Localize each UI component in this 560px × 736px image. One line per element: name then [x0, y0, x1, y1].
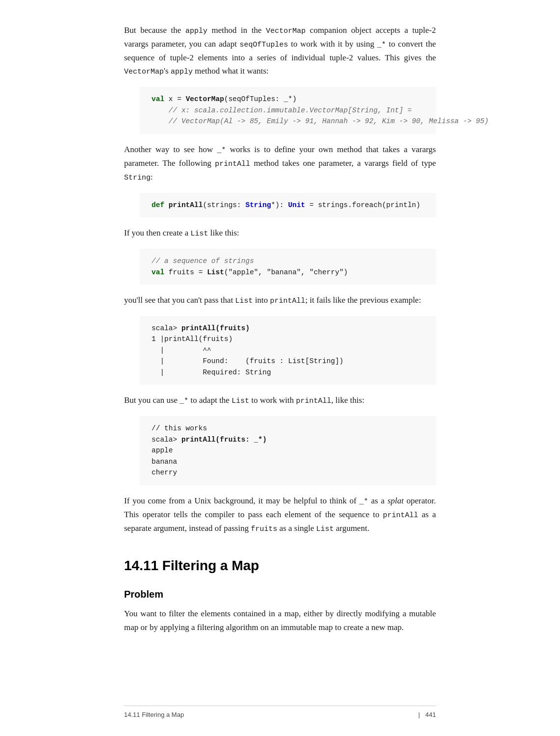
code-block-1: val x = VectorMap(seqOfTuples: _*) // x:… — [140, 87, 436, 133]
kw-val-1: val — [152, 95, 164, 103]
bold-vectormap: VectorMap — [186, 95, 224, 103]
sub-heading-problem: Problem — [124, 586, 436, 602]
inline-code-printall3: printAll — [296, 397, 331, 405]
comment-1: // x: scala.collection.immutable.VectorM… — [169, 106, 412, 114]
paragraph-4: you'll see that you can't pass that List… — [124, 293, 436, 307]
problem-paragraph: You want to filter the elements containe… — [124, 607, 436, 633]
bold-list: List — [207, 268, 224, 276]
bold-printall-star: printAll(fruits: _*) — [181, 436, 267, 444]
bold-printall: printAll — [169, 201, 203, 209]
paragraph-5: But you can use _* to adapt the List to … — [124, 394, 436, 407]
footer-separator: | — [418, 711, 420, 718]
inline-code-apply2: apply — [171, 68, 193, 76]
inline-code-star1: _* — [377, 41, 386, 49]
inline-code-printall1: printAll — [215, 160, 250, 168]
code-block-3: // a sequence of strings val fruits = Li… — [140, 249, 436, 285]
footer-number: 441 — [425, 711, 436, 718]
inline-code-printall4: printAll — [383, 511, 418, 520]
comment-3: // a sequence of strings — [152, 257, 254, 265]
footer-page-number: | 441 — [418, 710, 436, 720]
paragraph-3: If you then create a List like this: — [124, 226, 436, 240]
inline-code-apply1: apply — [185, 27, 207, 35]
code-block-4: scala> printAll(fruits) 1 |printAll(frui… — [140, 316, 436, 385]
inline-code-star4: _* — [359, 498, 368, 506]
inline-code-printall2: printAll — [270, 297, 305, 305]
footer-section-label: 14.11 Filtering a Map — [124, 710, 418, 720]
inline-code-string1: String — [124, 174, 151, 182]
kw-def-1: def — [152, 201, 164, 209]
inline-code-fruits: fruits — [251, 525, 277, 533]
code-block-2: def printAll(strings: String*): Unit = s… — [140, 193, 436, 217]
section-heading: 14.11 Filtering a Map — [124, 555, 436, 577]
paragraph-6: If you come from a Unix background, it m… — [124, 494, 436, 535]
bold-printall-fruits: printAll(fruits) — [181, 324, 250, 332]
inline-code-vectormap2: VectorMap — [124, 68, 164, 76]
inline-code-list4: List — [316, 525, 334, 533]
kw-type-unit: Unit — [288, 201, 305, 209]
inline-code-list2: List — [235, 297, 253, 305]
inline-code-list1: List — [190, 230, 208, 238]
inline-code-seqoftuples: seqOfTuples — [240, 41, 288, 49]
inline-code-star2: _* — [217, 146, 226, 155]
code-block-5: // this works scala> printAll(fruits: _*… — [140, 416, 436, 485]
kw-type-string: String — [245, 201, 271, 209]
page-content: But because the apply method in the Vect… — [89, 0, 471, 736]
italic-splat: splat — [387, 496, 404, 505]
paragraph-1: But because the apply method in the Vect… — [124, 24, 436, 78]
main-content: But because the apply method in the Vect… — [124, 24, 436, 634]
inline-code-list3: List — [231, 397, 249, 405]
comment-2: // VectorMap(Al -> 85, Emily -> 91, Hann… — [169, 117, 489, 125]
inline-code-vectormap1: VectorMap — [266, 27, 305, 35]
kw-val-2: val — [152, 268, 164, 276]
paragraph-2: Another way to see how _* works is to de… — [124, 143, 436, 184]
page-footer: 14.11 Filtering a Map | 441 — [124, 706, 436, 720]
inline-code-star3: _* — [179, 397, 188, 405]
